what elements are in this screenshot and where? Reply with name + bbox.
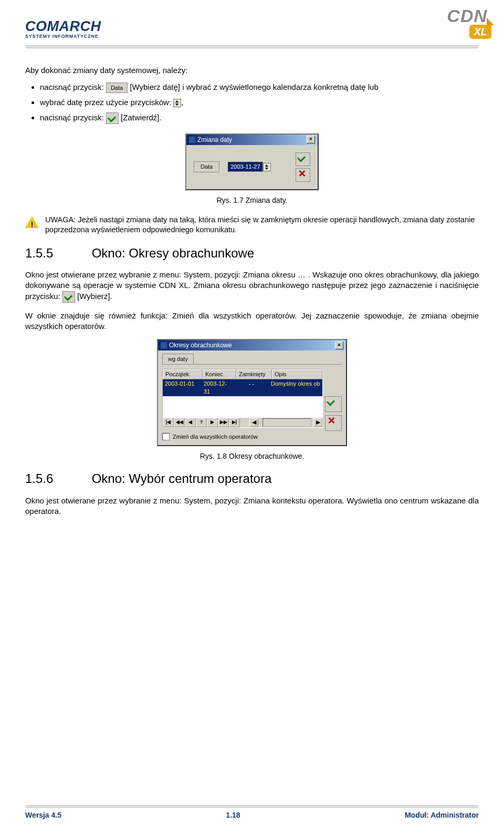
dialog-titlebar: Zmiana daty × xyxy=(186,135,318,145)
step-1: nacisnąć przycisk: Data [Wybierz datę] i… xyxy=(40,82,479,93)
okresy-title-text: Okresy obrachunkowe xyxy=(169,341,232,349)
footer-page-number: 1.18 xyxy=(226,811,240,819)
record-navigator: |◀ ◀◀ ◀ ? ▶ ▶▶ ▶| ◀ ▶ xyxy=(162,418,323,428)
nav-query-icon[interactable]: ? xyxy=(196,418,207,427)
section-title: Okno: Wybór centrum operatora xyxy=(92,471,272,486)
col-koniec[interactable]: Koniec xyxy=(203,369,236,379)
figure-caption-1: Rys. 1.7 Zmiana daty. xyxy=(25,195,479,205)
step2-suffix: , xyxy=(181,98,183,107)
data-button-inline[interactable]: Data xyxy=(106,83,128,93)
comarch-logo: COMARCH SYSTEMY INFORMATYCZNE xyxy=(25,18,101,39)
nav-first-icon[interactable]: |◀ xyxy=(163,418,174,427)
okresy-cancel-button[interactable] xyxy=(325,415,342,431)
col-opis[interactable]: Opis xyxy=(272,369,322,379)
window-icon xyxy=(161,342,167,348)
xl-flap xyxy=(487,18,494,25)
footer-version: Wersja 4.5 xyxy=(25,811,61,819)
zmiana-daty-figure: Zmiana daty × Data 2003-11-27 xyxy=(25,133,479,190)
xl-box: XL xyxy=(469,25,491,39)
section-1-5-6-text: Okno jest otwierane przez wybranie z men… xyxy=(25,496,479,517)
step3-prefix: nacisnąć przycisk: xyxy=(40,113,106,122)
window-icon xyxy=(189,137,195,143)
section-1-5-5-heading: 1.5.5 Okno: Okresy obrachunkowe xyxy=(25,245,479,262)
nav-forward-icon[interactable]: ▶▶ xyxy=(218,418,229,427)
table-empty-area xyxy=(163,396,322,417)
steps-list: nacisnąć przycisk: Data [Wybierz datę] i… xyxy=(40,82,479,123)
brand-name: COMARCH xyxy=(25,18,101,35)
cell-koniec: 2003-12-31 xyxy=(202,379,234,396)
section-number: 1.5.6 xyxy=(25,470,88,487)
change-all-label: Zmień dla wszystkich operatorów xyxy=(173,433,258,441)
page-header: COMARCH SYSTEMY INFORMATYCZNE CDN XL xyxy=(25,18,479,42)
check-icon-inline[interactable] xyxy=(106,112,119,124)
step-3: nacisnąć przycisk: [Zatwierdź]. xyxy=(40,112,479,124)
okresy-tabs: wg daty xyxy=(162,354,342,365)
table-row[interactable]: 2003-01-01 2003-12-31 - - Domyślny okres… xyxy=(163,379,322,396)
brand-subtitle: SYSTEMY INFORMATYCZNE xyxy=(25,34,98,39)
section-number: 1.5.5 xyxy=(25,245,88,262)
hscroll-track[interactable] xyxy=(262,418,311,427)
close-icon[interactable]: × xyxy=(307,136,315,143)
s155-text-c: W oknie znajduje się również funkcja: Zm… xyxy=(25,311,479,332)
okresy-dialog: Okresy obrachunkowe × wg daty Początek K… xyxy=(157,339,347,446)
okresy-confirm-button[interactable] xyxy=(325,396,342,412)
date-spinner-icon[interactable] xyxy=(263,163,271,171)
footer-module: Moduł: Administrator xyxy=(405,811,479,819)
section-title: Okno: Okresy obrachunkowe xyxy=(92,246,254,260)
dialog-title-text: Zmiana daty xyxy=(197,136,232,144)
nav-next-icon[interactable]: ▶ xyxy=(207,418,218,427)
tab-wg-daty[interactable]: wg daty xyxy=(162,354,194,364)
nav-last-icon[interactable]: ▶| xyxy=(229,418,240,427)
col-poczatek[interactable]: Początek xyxy=(163,369,203,379)
step2-prefix: wybrać datę przez użycie przycisków: xyxy=(40,98,173,107)
cdn-text: CDN xyxy=(447,6,487,26)
hscroll-left-icon[interactable]: ◀ xyxy=(249,418,258,427)
confirm-button[interactable] xyxy=(296,152,310,166)
close-icon[interactable]: × xyxy=(335,342,343,349)
warning-icon: ! xyxy=(25,217,39,228)
section-1-5-5-text: Okno jest otwierane przez wybranie z men… xyxy=(25,270,479,303)
nav-prev-icon[interactable]: ◀ xyxy=(185,418,196,427)
nav-rewind-icon[interactable]: ◀◀ xyxy=(174,418,185,427)
page-footer: Wersja 4.5 1.18 Moduł: Administrator xyxy=(25,805,479,819)
cell-poczatek: 2003-01-01 xyxy=(163,379,202,396)
warning-box: ! UWAGA: Jeżeli nastąpi zmiana daty na t… xyxy=(25,215,479,235)
intro-line: Aby dokonać zmiany daty systemowej, nale… xyxy=(25,65,479,76)
cancel-button[interactable] xyxy=(296,168,310,182)
divider-bottom xyxy=(25,805,479,808)
spinner-icon[interactable] xyxy=(173,99,181,107)
hscroll-right-icon[interactable]: ▶ xyxy=(313,418,322,427)
change-all-checkbox[interactable] xyxy=(162,433,170,440)
okresy-bottom: Zmień dla wszystkich operatorów xyxy=(162,433,342,441)
dialog-body: Data 2003-11-27 xyxy=(186,145,318,189)
cell-opis: Domyślny okres ob xyxy=(269,379,322,396)
cdnxl-logo: CDN XL xyxy=(416,3,495,42)
step-2: wybrać datę przez użycie przycisków: , xyxy=(40,97,479,108)
content: Aby dokonać zmiany daty systemowej, nale… xyxy=(25,65,479,517)
step1-prefix: nacisnąć przycisk: xyxy=(40,83,106,91)
zmiana-daty-dialog: Zmiana daty × Data 2003-11-27 xyxy=(185,133,319,190)
table-header-row: Początek Koniec Zamknięty Opis xyxy=(163,369,322,379)
s155-text-b: [Wybierz]. xyxy=(77,292,112,301)
data-button[interactable]: Data xyxy=(194,161,219,172)
section-1-5-6-heading: 1.5.6 Okno: Wybór centrum operatora xyxy=(25,470,479,487)
divider-top xyxy=(25,45,479,48)
okresy-titlebar: Okresy obrachunkowe × xyxy=(158,340,346,351)
step1-suffix: [Wybierz datę] i wybrać z wyświetlonego … xyxy=(130,83,378,91)
okresy-figure: Okresy obrachunkowe × wg daty Początek K… xyxy=(25,339,479,446)
wybierz-icon[interactable] xyxy=(62,291,75,303)
col-zamkniety[interactable]: Zamknięty xyxy=(236,369,272,379)
cell-zamkniety: - - xyxy=(234,379,269,396)
figure-caption-2: Rys. 1.8 Okresy obrachunkowe. xyxy=(25,451,479,461)
date-field[interactable]: 2003-11-27 xyxy=(228,162,262,172)
step3-suffix: [Zatwierdź]. xyxy=(121,113,162,122)
okresy-table: Początek Koniec Zamknięty Opis 2003-01-0… xyxy=(162,369,323,418)
warning-text: UWAGA: Jeżeli nastąpi zmiana daty na tak… xyxy=(45,215,479,235)
